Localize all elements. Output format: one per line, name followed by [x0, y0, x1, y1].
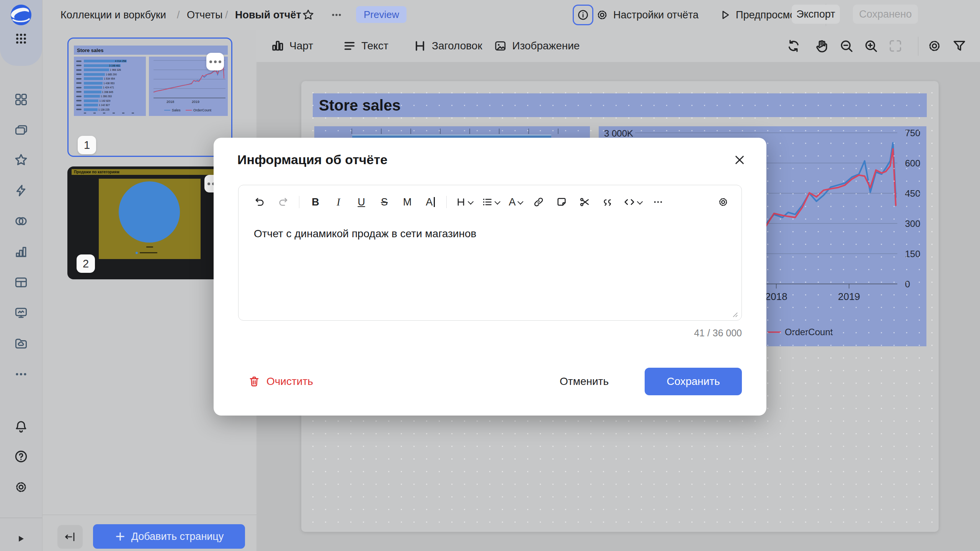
insert-heading-button[interactable]: Заголовок	[413, 30, 482, 62]
save-button[interactable]: Сохранить	[645, 368, 742, 395]
breadcrumb-current-report: Новый отчёт	[235, 0, 301, 30]
cancel-button[interactable]: Отменить	[556, 368, 612, 395]
strikethrough-button[interactable]: S	[377, 195, 391, 209]
sidebar-item-dashboards[interactable]	[14, 93, 28, 106]
insert-text-button[interactable]: Текст	[343, 30, 389, 62]
bar	[84, 104, 98, 106]
close-icon[interactable]	[731, 152, 748, 168]
bold-button[interactable]: B	[309, 195, 322, 209]
monospace-button[interactable]: M	[400, 195, 414, 209]
datalens-logo[interactable]	[10, 4, 32, 26]
sidebar-item-collections[interactable]	[14, 123, 28, 137]
image-icon	[494, 39, 507, 52]
underline-button[interactable]: U	[354, 195, 368, 209]
breadcrumb-collections[interactable]: Коллекции и воркбуки	[60, 0, 166, 30]
page-title-widget[interactable]: Store sales	[313, 93, 927, 117]
insert-toolbar: Чарт Текст Заголовок Изображение	[256, 30, 980, 62]
insert-image-label: Изображение	[512, 40, 580, 52]
typograf-button[interactable]: A	[423, 195, 437, 209]
report-description-input[interactable]: Отчет с динамикой продаж в сети магазино…	[254, 227, 726, 241]
pan-hand-icon[interactable]	[814, 38, 830, 54]
insert-heading-label: Заголовок	[432, 40, 482, 52]
page-thumbnail-2[interactable]: Продажи по категориям 2	[67, 166, 232, 279]
bar-category-label	[76, 69, 82, 71]
heading-menu-button[interactable]	[456, 195, 473, 209]
svg-text:300: 300	[905, 218, 920, 229]
refresh-icon[interactable]	[786, 38, 801, 54]
page-1-number-badge: 1	[78, 136, 96, 154]
settings-gear-icon[interactable]	[14, 480, 28, 494]
bar	[84, 77, 103, 80]
more-actions-icon[interactable]	[326, 5, 347, 25]
bar-value-label: 1 192 829	[99, 99, 110, 102]
sidebar-item-more[interactable]	[14, 367, 28, 381]
canvas-settings-gear-icon[interactable]	[927, 38, 942, 54]
report-settings-button[interactable]: Настройки отчёта	[596, 0, 699, 30]
undo-icon[interactable]	[253, 195, 267, 209]
notifications-bell-icon[interactable]	[14, 419, 28, 434]
zoom-in-icon[interactable]	[863, 38, 879, 54]
sidebar-item-storage[interactable]	[14, 337, 28, 350]
bar-value-label: 4 014 258	[115, 60, 126, 62]
collapse-panel-button[interactable]	[57, 525, 83, 549]
gear-icon	[596, 8, 609, 21]
bar	[84, 99, 98, 102]
resize-handle-icon[interactable]	[730, 310, 738, 318]
bar-category-label	[76, 82, 82, 84]
code-menu-button[interactable]	[624, 195, 642, 209]
editor-settings-gear-icon[interactable]	[716, 195, 730, 209]
clear-button[interactable]: Очистить	[246, 368, 315, 395]
sidebar-item-favorites[interactable]	[14, 153, 28, 167]
breadcrumb-reports[interactable]: Отчеты	[187, 0, 222, 30]
export-button[interactable]: Экспорт	[792, 5, 840, 24]
expand-sidebar-icon[interactable]	[16, 533, 26, 544]
svg-text:2019: 2019	[838, 291, 860, 302]
insert-image-button[interactable]: Изображение	[494, 30, 580, 62]
apps-grid-icon[interactable]	[15, 32, 28, 45]
add-page-button[interactable]: Добавить страницу	[93, 524, 245, 549]
italic-button[interactable]: I	[332, 195, 345, 209]
help-icon[interactable]	[14, 449, 28, 464]
page-thumbnail-1[interactable]: Store sales 4 014 2583 198 4611 966 3261…	[67, 37, 232, 157]
sidebar-item-tables[interactable]	[14, 276, 28, 289]
list-menu-button[interactable]	[482, 195, 500, 209]
clear-label: Очистить	[266, 375, 313, 388]
sidebar-item-datasets[interactable]	[14, 214, 28, 228]
cut-scissors-icon[interactable]	[578, 195, 591, 209]
preview-mode-badge[interactable]: Preview	[356, 6, 407, 23]
report-info-modal: Информация об отчёте B I U S M A	[214, 138, 766, 416]
pie-slice	[119, 181, 180, 243]
svg-text:OrderCount: OrderCount	[193, 108, 212, 112]
insert-chart-button[interactable]: Чарт	[271, 30, 313, 62]
bar-category-label	[76, 73, 82, 75]
page-2-number-badge: 2	[77, 254, 95, 273]
plus-icon	[114, 531, 126, 542]
pie-label-smudge	[146, 246, 153, 248]
bar	[84, 95, 100, 98]
link-icon[interactable]	[532, 195, 546, 209]
bar	[84, 73, 105, 76]
insert-chart-label: Чарт	[289, 40, 313, 52]
sidebar-item-connections[interactable]	[14, 184, 28, 197]
sidebar-item-charts[interactable]	[14, 245, 28, 259]
sidebar-item-monitoring[interactable]	[14, 306, 28, 320]
toolbar-more-icon[interactable]	[651, 195, 665, 209]
report-info-button[interactable]	[573, 5, 593, 25]
bar-value-label: 1 424 471	[103, 86, 114, 89]
bar	[84, 68, 109, 71]
svg-text:150: 150	[905, 249, 920, 259]
pie-legend-smudge	[140, 252, 157, 253]
zoom-out-icon[interactable]	[839, 38, 854, 54]
bar-value-label: 1 136 225	[98, 108, 109, 111]
bar-category-label	[76, 96, 82, 97]
note-icon[interactable]	[555, 195, 568, 209]
filters-funnel-icon[interactable]	[952, 38, 967, 54]
thumbnail-1-menu-button[interactable]	[206, 53, 224, 70]
favorite-star-icon[interactable]	[298, 5, 318, 25]
quote-icon[interactable]	[601, 195, 614, 209]
text-color-menu-button[interactable]: A	[509, 195, 523, 209]
heading-icon	[413, 39, 426, 52]
bar-value-label: 1 966 326	[110, 68, 121, 71]
bar-category-label	[76, 100, 82, 101]
bar	[84, 86, 102, 89]
